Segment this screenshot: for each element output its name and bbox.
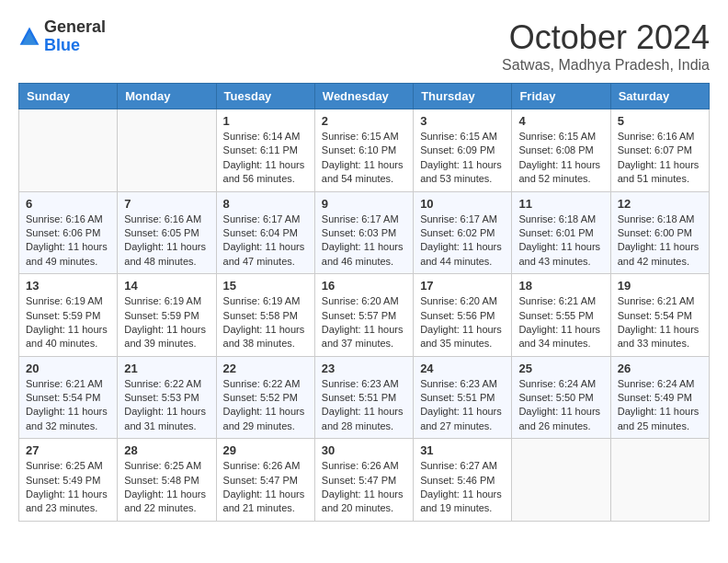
- day-info: Sunrise: 6:17 AM Sunset: 6:04 PM Dayligh…: [223, 213, 308, 270]
- calendar-cell: 10Sunrise: 6:17 AM Sunset: 6:02 PM Dayli…: [414, 191, 512, 274]
- calendar-cell: 4Sunrise: 6:15 AM Sunset: 6:08 PM Daylig…: [512, 109, 610, 192]
- day-number: 13: [26, 279, 110, 293]
- calendar-cell: 13Sunrise: 6:19 AM Sunset: 5:59 PM Dayli…: [19, 274, 118, 357]
- day-info: Sunrise: 6:15 AM Sunset: 6:08 PM Dayligh…: [518, 130, 603, 187]
- calendar-cell: 9Sunrise: 6:17 AM Sunset: 6:03 PM Daylig…: [314, 191, 413, 274]
- day-number: 31: [420, 443, 505, 457]
- day-info: Sunrise: 6:20 AM Sunset: 5:56 PM Dayligh…: [420, 294, 505, 351]
- day-info: Sunrise: 6:25 AM Sunset: 5:48 PM Dayligh…: [124, 459, 209, 516]
- day-number: 27: [26, 443, 110, 457]
- calendar-header: SundayMondayTuesdayWednesdayThursdayFrid…: [19, 84, 710, 109]
- day-number: 7: [124, 197, 209, 211]
- calendar-week-3: 13Sunrise: 6:19 AM Sunset: 5:59 PM Dayli…: [19, 274, 710, 357]
- day-info: Sunrise: 6:19 AM Sunset: 5:58 PM Dayligh…: [223, 294, 308, 351]
- day-number: 17: [420, 279, 505, 293]
- title-section: October 2024 Satwas, Madhya Pradesh, Ind…: [502, 18, 710, 74]
- day-info: Sunrise: 6:18 AM Sunset: 6:01 PM Dayligh…: [518, 213, 603, 270]
- day-info: Sunrise: 6:16 AM Sunset: 6:07 PM Dayligh…: [618, 130, 702, 187]
- day-info: Sunrise: 6:22 AM Sunset: 5:53 PM Dayligh…: [124, 377, 209, 434]
- day-number: 20: [26, 362, 110, 375]
- day-number: 22: [223, 362, 308, 375]
- calendar-cell: 27Sunrise: 6:25 AM Sunset: 5:49 PM Dayli…: [19, 439, 118, 522]
- day-info: Sunrise: 6:21 AM Sunset: 5:55 PM Dayligh…: [518, 294, 603, 351]
- day-number: 18: [518, 279, 603, 293]
- calendar-cell: 30Sunrise: 6:26 AM Sunset: 5:47 PM Dayli…: [314, 439, 413, 522]
- calendar-table: SundayMondayTuesdayWednesdayThursdayFrid…: [18, 83, 710, 522]
- calendar-cell: 17Sunrise: 6:20 AM Sunset: 5:56 PM Dayli…: [414, 274, 512, 357]
- calendar-week-5: 27Sunrise: 6:25 AM Sunset: 5:49 PM Dayli…: [19, 439, 710, 522]
- day-info: Sunrise: 6:18 AM Sunset: 6:00 PM Dayligh…: [618, 213, 702, 270]
- day-info: Sunrise: 6:21 AM Sunset: 5:54 PM Dayligh…: [618, 294, 702, 351]
- day-number: 5: [618, 114, 702, 128]
- logo-blue-text: Blue: [44, 37, 106, 55]
- calendar-cell: 31Sunrise: 6:27 AM Sunset: 5:46 PM Dayli…: [414, 439, 512, 522]
- calendar-cell: 25Sunrise: 6:24 AM Sunset: 5:50 PM Dayli…: [512, 356, 610, 439]
- day-header-saturday: Saturday: [610, 84, 709, 109]
- day-info: Sunrise: 6:22 AM Sunset: 5:52 PM Dayligh…: [223, 377, 308, 434]
- page-header: General Blue October 2024 Satwas, Madhya…: [18, 18, 710, 74]
- calendar-cell: 8Sunrise: 6:17 AM Sunset: 6:04 PM Daylig…: [216, 191, 314, 274]
- day-info: Sunrise: 6:24 AM Sunset: 5:49 PM Dayligh…: [618, 377, 702, 434]
- calendar-cell: 12Sunrise: 6:18 AM Sunset: 6:00 PM Dayli…: [610, 191, 709, 274]
- calendar-cell: 26Sunrise: 6:24 AM Sunset: 5:49 PM Dayli…: [610, 356, 709, 439]
- day-number: 23: [322, 362, 406, 375]
- day-number: 3: [420, 114, 505, 128]
- day-number: 19: [618, 279, 702, 293]
- calendar-cell: 6Sunrise: 6:16 AM Sunset: 6:06 PM Daylig…: [19, 191, 118, 274]
- day-info: Sunrise: 6:19 AM Sunset: 5:59 PM Dayligh…: [26, 294, 110, 351]
- month-title: October 2024: [502, 18, 710, 57]
- day-header-friday: Friday: [512, 84, 610, 109]
- calendar-cell: 19Sunrise: 6:21 AM Sunset: 5:54 PM Dayli…: [610, 274, 709, 357]
- day-number: 21: [124, 362, 209, 375]
- calendar-cell: 24Sunrise: 6:23 AM Sunset: 5:51 PM Dayli…: [414, 356, 512, 439]
- calendar-cell: 3Sunrise: 6:15 AM Sunset: 6:09 PM Daylig…: [414, 109, 512, 192]
- calendar-cell: 20Sunrise: 6:21 AM Sunset: 5:54 PM Dayli…: [19, 356, 118, 439]
- calendar-week-2: 6Sunrise: 6:16 AM Sunset: 6:06 PM Daylig…: [19, 191, 710, 274]
- day-info: Sunrise: 6:16 AM Sunset: 6:06 PM Dayligh…: [26, 213, 110, 270]
- calendar-week-4: 20Sunrise: 6:21 AM Sunset: 5:54 PM Dayli…: [19, 356, 710, 439]
- calendar-cell: 1Sunrise: 6:14 AM Sunset: 6:11 PM Daylig…: [216, 109, 314, 192]
- day-info: Sunrise: 6:23 AM Sunset: 5:51 PM Dayligh…: [322, 377, 406, 434]
- calendar-cell: 28Sunrise: 6:25 AM Sunset: 5:48 PM Dayli…: [118, 439, 216, 522]
- day-number: 12: [618, 197, 702, 211]
- location-title: Satwas, Madhya Pradesh, India: [502, 57, 710, 74]
- day-header-sunday: Sunday: [19, 84, 118, 109]
- calendar-cell: 22Sunrise: 6:22 AM Sunset: 5:52 PM Dayli…: [216, 356, 314, 439]
- calendar-cell: 16Sunrise: 6:20 AM Sunset: 5:57 PM Dayli…: [314, 274, 413, 357]
- day-number: 15: [223, 279, 308, 293]
- calendar-week-1: 1Sunrise: 6:14 AM Sunset: 6:11 PM Daylig…: [19, 109, 710, 192]
- calendar-cell: 18Sunrise: 6:21 AM Sunset: 5:55 PM Dayli…: [512, 274, 610, 357]
- day-info: Sunrise: 6:26 AM Sunset: 5:47 PM Dayligh…: [322, 459, 406, 516]
- calendar-cell: 14Sunrise: 6:19 AM Sunset: 5:59 PM Dayli…: [118, 274, 216, 357]
- day-number: 2: [322, 114, 406, 128]
- day-number: 16: [322, 279, 406, 293]
- calendar-cell: 15Sunrise: 6:19 AM Sunset: 5:58 PM Dayli…: [216, 274, 314, 357]
- day-number: 26: [618, 362, 702, 375]
- calendar-cell: [512, 439, 610, 522]
- day-header-wednesday: Wednesday: [314, 84, 413, 109]
- calendar-cell: [118, 109, 216, 192]
- day-number: 4: [518, 114, 603, 128]
- day-info: Sunrise: 6:27 AM Sunset: 5:46 PM Dayligh…: [420, 459, 505, 516]
- day-info: Sunrise: 6:26 AM Sunset: 5:47 PM Dayligh…: [223, 459, 308, 516]
- logo-general-text: General: [44, 18, 106, 37]
- day-info: Sunrise: 6:19 AM Sunset: 5:59 PM Dayligh…: [124, 294, 209, 351]
- day-number: 24: [420, 362, 505, 375]
- day-number: 1: [223, 114, 308, 128]
- day-info: Sunrise: 6:17 AM Sunset: 6:03 PM Dayligh…: [322, 213, 406, 270]
- calendar-cell: [610, 439, 709, 522]
- logo-text: General Blue: [44, 18, 106, 55]
- calendar-cell: 11Sunrise: 6:18 AM Sunset: 6:01 PM Dayli…: [512, 191, 610, 274]
- day-number: 30: [322, 443, 406, 457]
- day-number: 14: [124, 279, 209, 293]
- day-number: 11: [518, 197, 603, 211]
- day-number: 28: [124, 443, 209, 457]
- day-header-thursday: Thursday: [414, 84, 512, 109]
- calendar-cell: 2Sunrise: 6:15 AM Sunset: 6:10 PM Daylig…: [314, 109, 413, 192]
- calendar-cell: 5Sunrise: 6:16 AM Sunset: 6:07 PM Daylig…: [610, 109, 709, 192]
- day-info: Sunrise: 6:15 AM Sunset: 6:09 PM Dayligh…: [420, 130, 505, 187]
- calendar-cell: 23Sunrise: 6:23 AM Sunset: 5:51 PM Dayli…: [314, 356, 413, 439]
- calendar-cell: 29Sunrise: 6:26 AM Sunset: 5:47 PM Dayli…: [216, 439, 314, 522]
- day-header-monday: Monday: [118, 84, 216, 109]
- day-number: 6: [26, 197, 110, 211]
